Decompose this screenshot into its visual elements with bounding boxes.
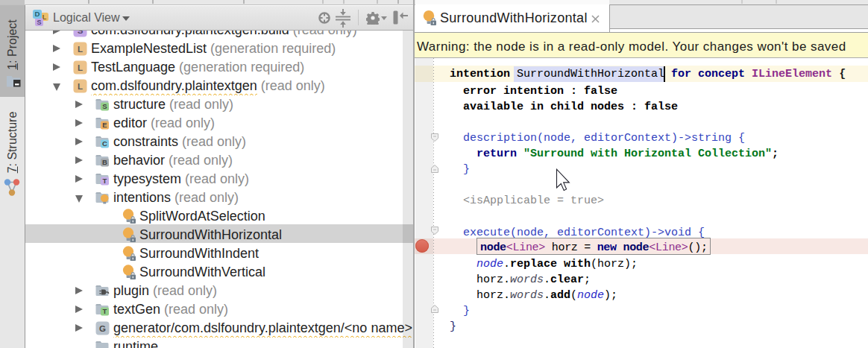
- svg-text:S: S: [37, 19, 41, 26]
- svg-text:D: D: [35, 10, 40, 18]
- svg-text:E: E: [102, 121, 107, 129]
- svg-text:G: G: [99, 323, 106, 332]
- svg-text:T: T: [103, 177, 107, 185]
- svg-text:S: S: [102, 102, 107, 110]
- svg-text:C: C: [102, 139, 107, 148]
- svg-text:B: B: [102, 158, 107, 166]
- svg-text:L: L: [78, 63, 83, 72]
- svg-text:L: L: [78, 44, 83, 53]
- svg-text:T: T: [103, 307, 107, 315]
- svg-text:L: L: [78, 81, 83, 90]
